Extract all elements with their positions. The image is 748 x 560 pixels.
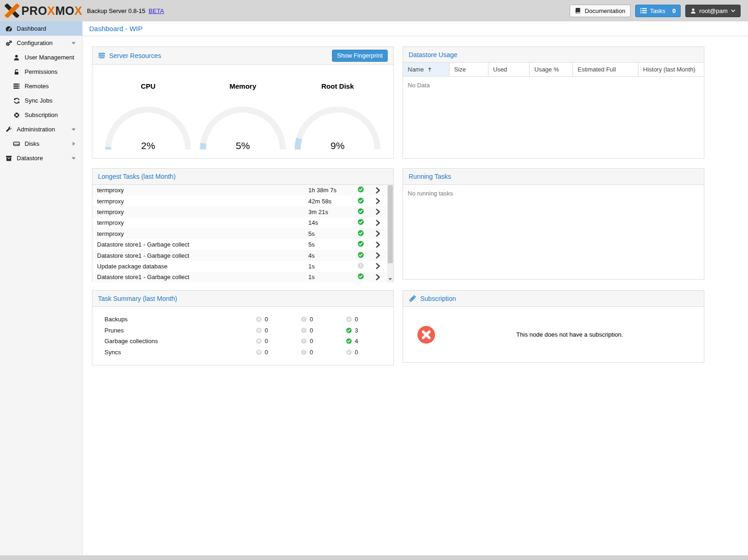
proxmox-x-icon (5, 4, 20, 18)
chevron-right-icon[interactable] (369, 263, 387, 269)
main-area: Dashboard - WIP Server Resources Show Fi… (83, 21, 748, 555)
chevron-right-icon[interactable] (369, 208, 387, 215)
subscription-header: Subscription (403, 291, 704, 307)
column-header-size[interactable]: Size (449, 63, 488, 76)
tasks-button[interactable]: Tasks 0 (635, 5, 681, 17)
memory-gauge: Memory 5% (195, 65, 290, 158)
datastore-usage-panel: Datastore Usage Name Size Used Usage % E… (403, 46, 704, 159)
life-ring-icon (13, 112, 20, 118)
user-icon (13, 54, 20, 61)
top-bar: PROXMOX Backup Server 0.8-15 BETA Docume… (0, 0, 748, 21)
chevron-right-icon[interactable] (369, 230, 387, 237)
proxmox-logo[interactable]: PROXMOX (5, 4, 82, 18)
task-status-icon: ? (358, 252, 364, 258)
running-tasks-title: Running Tasks (409, 173, 451, 180)
warning-circle-icon (301, 327, 307, 333)
svg-text:9%: 9% (331, 140, 345, 151)
left-column: Server Resources Show Fingerprint CPU 2% (92, 46, 394, 365)
task-status-icon: ? (358, 208, 364, 215)
chevron-right-icon[interactable] (369, 220, 387, 226)
caret-right-icon (70, 142, 78, 146)
error-circle-icon (256, 327, 262, 333)
task-type-label: Prunes (104, 327, 256, 334)
tasks-scrollbar[interactable] (387, 185, 393, 282)
sidebar-item-permissions[interactable]: Permissions (0, 65, 82, 79)
chevron-right-icon[interactable] (369, 187, 387, 194)
documentation-button[interactable]: Documentation (570, 5, 630, 17)
column-header-name[interactable]: Name (403, 63, 449, 76)
task-status-icon: ? (358, 186, 364, 193)
sidebar-item-disks[interactable]: Disks (0, 137, 82, 151)
sort-up-icon (428, 67, 432, 72)
product-version: Backup Server 0.8-15 (87, 7, 145, 14)
show-fingerprint-button[interactable]: Show Fingerprint (332, 50, 388, 62)
root-disk-gauge: Root Disk 9% (290, 65, 385, 158)
sidebar-item-remotes[interactable]: Remotes (0, 79, 82, 93)
ok-circle-icon (346, 349, 352, 355)
sidebar-item-datastore[interactable]: Datastore (0, 151, 82, 165)
chevron-right-icon[interactable] (369, 198, 387, 204)
sidebar-item-subscription[interactable]: Subscription (0, 108, 82, 122)
task-type-label: Garbage collections (104, 338, 256, 345)
task-row[interactable]: Datastore store1 - Garbage collect 1s ? (92, 272, 387, 282)
sidebar-item-user-management[interactable]: User Management (0, 50, 82, 65)
datastore-table-header: Name Size Used Usage % Estimated Full Hi… (403, 63, 704, 77)
task-summary-row: Garbage collections 0 0 4 (92, 336, 393, 347)
sidebar-item-configuration[interactable]: Configuration (0, 36, 82, 50)
task-row[interactable]: termproxy 1h 38m 7s ? (92, 185, 387, 195)
chevron-down-icon (731, 9, 735, 13)
proxmox-backup-app: PROXMOX Backup Server 0.8-15 BETA Docume… (0, 0, 748, 560)
warning-circle-icon (301, 338, 307, 344)
chevron-right-icon[interactable] (369, 252, 387, 259)
caret-down-icon (70, 157, 78, 160)
column-header-history[interactable]: History (last Month) (638, 63, 704, 76)
page-title-bar: Dashboard - WIP (83, 21, 748, 36)
warning-circle-icon (301, 316, 307, 322)
column-header-estimated-full[interactable]: Estimated Full (573, 63, 638, 76)
book-icon (575, 7, 581, 14)
chevron-right-icon[interactable] (369, 274, 387, 280)
task-row[interactable]: termproxy 14s ? (92, 217, 387, 228)
task-row[interactable]: Update package database 1s ? (92, 261, 387, 272)
longest-tasks-title: Longest Tasks (last Month) (98, 173, 176, 180)
task-row[interactable]: termproxy 42m 58s ? (92, 195, 387, 206)
dashboard-content: Server Resources Show Fingerprint CPU 2% (83, 36, 748, 365)
caret-down-icon (70, 128, 78, 131)
task-type-label: Backups (104, 316, 256, 323)
running-tasks-panel: Running Tasks No running tasks (403, 168, 704, 280)
svg-text:5%: 5% (236, 140, 250, 151)
task-status-icon: ? (358, 197, 364, 204)
task-row[interactable]: Datastore store1 - Garbage collect 4s ? (92, 250, 387, 260)
column-header-used[interactable]: Used (488, 63, 530, 76)
task-summary-row: Prunes 0 0 3 (92, 325, 393, 336)
scrollbar-thumb[interactable] (388, 185, 393, 263)
task-row[interactable]: Datastore store1 - Garbage collect 5s ? (92, 239, 387, 250)
longest-tasks-panel: Longest Tasks (last Month) termproxy 1h … (92, 168, 394, 282)
sidebar-item-administration[interactable]: Administration (0, 122, 82, 137)
running-tasks-header: Running Tasks (403, 169, 704, 185)
scrollbar-down-arrow[interactable] (387, 276, 393, 282)
column-header-usage-pct[interactable]: Usage % (530, 63, 573, 76)
sidebar-item-dashboard[interactable]: Dashboard (0, 21, 82, 36)
server-resources-header: Server Resources Show Fingerprint (92, 47, 393, 65)
task-row[interactable]: termproxy 5s ? (92, 228, 387, 239)
no-running-tasks-text: No running tasks (403, 185, 704, 202)
warning-circle-icon (301, 349, 307, 355)
svg-text:?: ? (359, 263, 362, 268)
sidebar-item-sync-jobs[interactable]: Sync Jobs (0, 93, 82, 108)
beta-link[interactable]: BETA (149, 7, 164, 14)
ok-circle-icon (346, 316, 352, 322)
task-summary-title: Task Summary (last Month) (98, 295, 177, 302)
user-menu-button[interactable]: root@pam (685, 5, 741, 17)
ticket-icon (409, 295, 416, 302)
top-bar-actions: Documentation Tasks 0 root@pam (570, 5, 741, 17)
task-row[interactable]: termproxy 3m 21s ? (92, 207, 387, 217)
task-summary-header: Task Summary (last Month) (92, 291, 393, 307)
error-circle-icon (256, 316, 262, 322)
task-type-label: Syncs (104, 349, 256, 356)
chevron-right-icon[interactable] (369, 241, 387, 248)
cpu-gauge: CPU 2% (101, 65, 195, 158)
server-bars-icon (98, 52, 105, 59)
task-summary-row: Syncs 0 0 0 (92, 347, 393, 358)
task-summary-row: Backups 0 0 0 (92, 314, 393, 325)
